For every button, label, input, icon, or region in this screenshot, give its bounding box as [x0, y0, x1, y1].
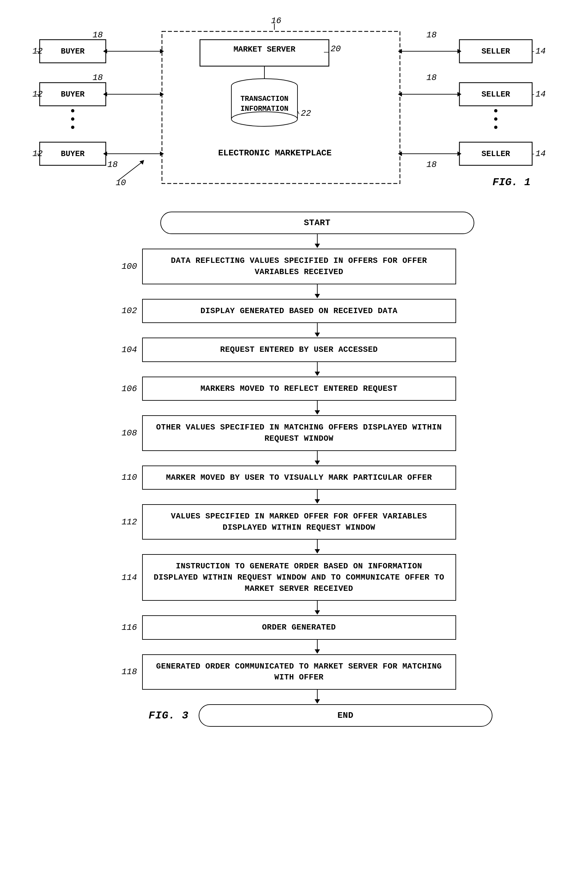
spacer [96, 401, 142, 415]
spacer [96, 323, 142, 338]
spacer [96, 640, 142, 654]
label-102: 102 [96, 299, 142, 323]
arrow-102 [142, 323, 492, 338]
buyer2-label: BUYER [61, 90, 85, 99]
step-118-row: 118 GENERATED ORDER COMMUNICATED TO MARK… [96, 654, 492, 690]
connector-108 [96, 451, 492, 466]
step-100-row: 100 DATA REFLECTING VALUES SPECIFIED IN … [96, 248, 492, 284]
step-102-row: 102 DISPLAY GENERATED BASED ON RECEIVED … [96, 299, 492, 323]
step-118-box: GENERATED ORDER COMMUNICATED TO MARKET S… [142, 654, 456, 690]
fig1-label: FIG. 1 [492, 176, 530, 189]
label-116: 116 [96, 615, 142, 640]
box-102-col: DISPLAY GENERATED BASED ON RECEIVED DATA [142, 299, 492, 323]
connector-118 [96, 690, 492, 704]
step-106-row: 106 MARKERS MOVED TO REFLECT ENTERED REQ… [96, 376, 492, 401]
ref-14-2: 14 [535, 89, 546, 99]
ref-18-s3: 18 [427, 160, 437, 170]
ref-18-s2: 18 [427, 73, 437, 83]
label-114: 114 [96, 554, 142, 601]
label-118: 118 [96, 654, 142, 690]
connector-102 [96, 323, 492, 338]
arrow-start [142, 234, 492, 248]
start-box: START [160, 212, 474, 234]
electronic-marketplace-label: ELECTRONIC MARKETPLACE [218, 148, 332, 158]
connector-110 [96, 490, 492, 504]
connector-112 [96, 539, 492, 554]
end-box: END [199, 704, 492, 727]
fig1-svg: 16 MARKET SERVER 20 22 [20, 13, 568, 198]
ref-10: 10 [116, 178, 126, 188]
step-116-row: 116 ORDER GENERATED [96, 615, 492, 640]
step-112-box: VALUES SPECIFIED IN MARKED OFFER FOR OFF… [142, 504, 456, 539]
ref-12-1: 12 [32, 46, 43, 56]
fig3-container: START 100 DATA REFLECTING VALUES SPECIFI… [20, 212, 568, 727]
dot3 [71, 126, 75, 129]
step-108-row: 108 OTHER VALUES SPECIFIED IN MATCHING O… [96, 415, 492, 451]
transaction-label-2: INFORMATION [240, 105, 288, 113]
connector-116 [96, 640, 492, 654]
box-112-col: VALUES SPECIFIED IN MARKED OFFER FOR OFF… [142, 504, 492, 539]
flowchart: START 100 DATA REFLECTING VALUES SPECIFI… [20, 212, 568, 727]
bottom-row: FIG. 3 END [96, 704, 492, 727]
step-104-box: REQUEST ENTERED BY USER ACCESSED [142, 338, 456, 362]
market-server-label: MARKET SERVER [233, 45, 296, 54]
ref-12-2: 12 [32, 89, 43, 99]
label-108: 108 [96, 415, 142, 451]
ref-22: 22 [301, 108, 311, 118]
connector-104 [96, 362, 492, 376]
transaction-label-1: TRANSACTION [240, 95, 288, 103]
label-110: 110 [96, 466, 142, 490]
ref-18-s1: 18 [427, 30, 437, 40]
seller1-label: SELLER [481, 47, 510, 56]
spacer [96, 362, 142, 376]
spacer [96, 284, 142, 299]
buyer3-label: BUYER [61, 149, 85, 158]
box-104-col: REQUEST ENTERED BY USER ACCESSED [142, 338, 492, 362]
connector-start [96, 234, 492, 248]
ref-14-1: 14 [535, 46, 546, 56]
box-100-col: DATA REFLECTING VALUES SPECIFIED IN OFFE… [142, 248, 492, 284]
box-114-col: INSTRUCTION TO GENERATE ORDER BASED ON I… [142, 554, 492, 601]
box-116-col: ORDER GENERATED [142, 615, 492, 640]
db-bottom-ellipse [232, 112, 297, 126]
step-108-box: OTHER VALUES SPECIFIED IN MATCHING OFFER… [142, 415, 456, 451]
ref-14-3: 14 [535, 149, 546, 159]
connector-100 [96, 284, 492, 299]
step-102-box: DISPLAY GENERATED BASED ON RECEIVED DATA [142, 299, 456, 323]
spacer [96, 451, 142, 466]
ref-18-b3: 18 [107, 160, 118, 170]
dot2 [71, 117, 75, 121]
arrow-110 [142, 490, 492, 504]
sdot2 [494, 117, 497, 121]
ref-12-3: 12 [32, 149, 43, 159]
arrow-118 [142, 690, 492, 704]
start-row: START [96, 212, 492, 234]
box-110-col: MARKER MOVED BY USER TO VISUALLY MARK PA… [142, 466, 492, 490]
arrow-10 [140, 160, 144, 165]
seller3-label: SELLER [481, 149, 510, 158]
buyer1-label: BUYER [61, 47, 85, 56]
fig3-label: FIG. 3 [149, 710, 189, 722]
ref-18-b2: 18 [93, 73, 103, 83]
step-110-row: 110 MARKER MOVED BY USER TO VISUALLY MAR… [96, 466, 492, 490]
label-104: 104 [96, 338, 142, 362]
arrow-100 [142, 284, 492, 299]
svg-line-19 [119, 162, 142, 180]
seller2-label: SELLER [481, 90, 510, 99]
step-100-box: DATA REFLECTING VALUES SPECIFIED IN OFFE… [142, 248, 456, 284]
ref-16: 16 [271, 16, 281, 26]
spacer [96, 690, 142, 704]
fig1-diagram: 16 MARKET SERVER 20 22 [20, 13, 568, 205]
spacer [96, 212, 142, 234]
box-118-col: GENERATED ORDER COMMUNICATED TO MARKET S… [142, 654, 492, 690]
step-106-box: MARKERS MOVED TO REFLECT ENTERED REQUEST [142, 376, 456, 401]
label-106: 106 [96, 376, 142, 401]
dot1 [71, 109, 75, 113]
step-114-row: 114 INSTRUCTION TO GENERATE ORDER BASED … [96, 554, 492, 601]
box-108-col: OTHER VALUES SPECIFIED IN MATCHING OFFER… [142, 415, 492, 451]
ref-20: 20 [331, 44, 341, 54]
connector-106 [96, 401, 492, 415]
arrow-106 [142, 401, 492, 415]
sdot1 [494, 109, 497, 113]
page: 16 MARKET SERVER 20 22 [0, 0, 588, 896]
